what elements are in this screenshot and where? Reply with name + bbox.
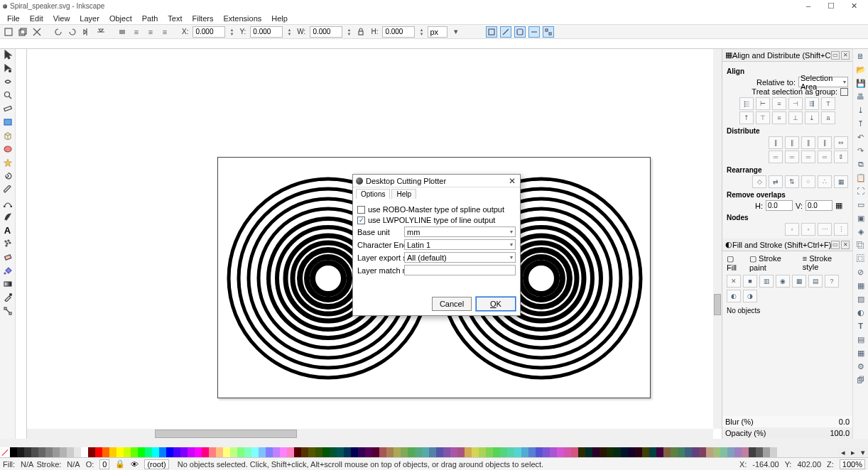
graph-icon[interactable]: ◇ bbox=[752, 175, 766, 188]
color-swatch[interactable] bbox=[159, 447, 166, 457]
color-swatch[interactable] bbox=[74, 447, 81, 457]
relative-to-select[interactable]: Selection Area▾ bbox=[798, 77, 848, 87]
menu-layer[interactable]: Layer bbox=[75, 13, 104, 24]
x-spin[interactable]: ▲▼ bbox=[228, 26, 235, 38]
node-align-v-icon[interactable]: ◦ bbox=[801, 223, 815, 236]
h-spin[interactable]: ▲▼ bbox=[418, 26, 425, 38]
dist-equal-h-icon[interactable]: ⇔ bbox=[834, 136, 848, 149]
color-swatch[interactable] bbox=[322, 447, 330, 457]
color-swatch[interactable] bbox=[88, 447, 95, 457]
export-icon[interactable]: ⤒ bbox=[855, 118, 867, 129]
color-swatch[interactable] bbox=[308, 447, 315, 457]
color-swatch[interactable] bbox=[124, 447, 131, 457]
color-swatch[interactable] bbox=[337, 447, 344, 457]
raise-top-icon[interactable] bbox=[116, 26, 128, 38]
color-swatch[interactable] bbox=[457, 447, 465, 457]
color-swatch[interactable] bbox=[280, 447, 287, 457]
menu-filters[interactable]: Filters bbox=[188, 13, 218, 24]
color-swatch[interactable] bbox=[600, 447, 607, 457]
affect-move-icon[interactable] bbox=[486, 26, 497, 38]
color-swatch[interactable] bbox=[152, 447, 159, 457]
measure-tool-icon[interactable] bbox=[2, 103, 13, 114]
overlap-h-input[interactable]: 0.0 bbox=[766, 200, 793, 211]
dialog-close-icon[interactable]: ✕ bbox=[507, 176, 517, 186]
flip-v-icon[interactable] bbox=[95, 26, 107, 38]
undo-icon[interactable]: ↶ bbox=[855, 131, 867, 143]
color-swatch[interactable] bbox=[692, 447, 699, 457]
color-swatch[interactable] bbox=[131, 447, 138, 457]
color-swatch[interactable] bbox=[386, 447, 394, 457]
color-swatch[interactable] bbox=[102, 447, 109, 457]
color-swatch[interactable] bbox=[500, 447, 507, 457]
color-swatch[interactable] bbox=[415, 447, 422, 457]
remove-overlap-btn-icon[interactable]: ▦ bbox=[834, 175, 848, 188]
color-swatch[interactable] bbox=[592, 447, 600, 457]
menu-object[interactable]: Object bbox=[105, 13, 136, 24]
lock-icon[interactable] bbox=[355, 26, 367, 38]
color-swatch[interactable] bbox=[628, 447, 635, 457]
color-swatch[interactable] bbox=[223, 447, 230, 457]
import-icon[interactable]: ⤓ bbox=[855, 104, 867, 116]
deselect-icon[interactable] bbox=[31, 26, 43, 38]
palette-scroll-left-icon[interactable]: ◂ bbox=[838, 447, 848, 457]
color-swatch[interactable] bbox=[607, 447, 614, 457]
color-swatch[interactable] bbox=[202, 447, 209, 457]
text-align-icon[interactable]: T bbox=[821, 97, 835, 110]
treat-group-checkbox[interactable] bbox=[840, 88, 848, 96]
color-swatch[interactable] bbox=[656, 447, 663, 457]
color-swatch[interactable] bbox=[45, 447, 53, 457]
unclump-icon[interactable]: ∴ bbox=[818, 175, 832, 188]
fill-pattern-icon[interactable]: ▦ bbox=[792, 275, 806, 288]
dist-bottom-icon[interactable]: ═ bbox=[801, 151, 815, 163]
color-swatch[interactable] bbox=[17, 447, 24, 457]
color-swatch[interactable] bbox=[727, 447, 734, 457]
color-swatch[interactable] bbox=[53, 447, 60, 457]
color-swatch[interactable] bbox=[536, 447, 543, 457]
color-swatch[interactable] bbox=[571, 447, 578, 457]
color-swatch[interactable] bbox=[38, 447, 45, 457]
color-swatch[interactable] bbox=[621, 447, 628, 457]
color-swatch[interactable] bbox=[10, 447, 17, 457]
fill-tab[interactable]: ▢ Fill bbox=[727, 254, 745, 272]
dist-gap-h-icon[interactable]: ‖ bbox=[818, 136, 832, 149]
affect-corners-icon[interactable] bbox=[514, 26, 526, 38]
cancel-button[interactable]: Cancel bbox=[432, 297, 472, 311]
text-baseline-icon[interactable]: a bbox=[821, 111, 835, 124]
align-center-h-icon[interactable]: ≡ bbox=[772, 97, 786, 110]
color-swatch[interactable] bbox=[514, 447, 521, 457]
save-icon[interactable]: 💾 bbox=[855, 77, 867, 89]
color-swatch[interactable] bbox=[180, 447, 188, 457]
flip-h-icon[interactable] bbox=[81, 26, 92, 38]
color-swatch[interactable] bbox=[216, 447, 223, 457]
zoom-page-icon[interactable]: ▭ bbox=[855, 199, 867, 210]
color-swatch[interactable] bbox=[479, 447, 486, 457]
color-swatch[interactable] bbox=[756, 447, 763, 457]
unit-dropdown-icon[interactable]: ▾ bbox=[450, 26, 462, 38]
dist-center-v-icon[interactable]: ═ bbox=[785, 151, 799, 163]
connector-tool-icon[interactable] bbox=[2, 305, 13, 317]
color-swatch[interactable] bbox=[109, 447, 116, 457]
panel-close-icon[interactable]: ✕ bbox=[841, 51, 850, 60]
paste-icon[interactable]: 📋 bbox=[855, 172, 867, 183]
palette-scroll-right-icon[interactable]: ▸ bbox=[848, 447, 858, 457]
max-button[interactable]: ☐ bbox=[824, 1, 838, 11]
fill-swatch-icon[interactable]: ▤ bbox=[808, 275, 823, 288]
prefs-icon[interactable]: ⚙ bbox=[855, 361, 867, 372]
color-swatch[interactable] bbox=[578, 447, 585, 457]
spray-tool-icon[interactable] bbox=[2, 238, 13, 249]
affect-gradient-icon[interactable] bbox=[528, 26, 540, 38]
node-dist-h-icon[interactable]: ⋯ bbox=[818, 223, 832, 236]
horizontal-scrollbar[interactable] bbox=[27, 429, 713, 439]
color-swatch[interactable] bbox=[671, 447, 678, 457]
panel-close-icon-2[interactable]: ✕ bbox=[841, 241, 850, 249]
panel-min-icon[interactable]: ▭ bbox=[831, 51, 840, 60]
color-swatch[interactable] bbox=[401, 447, 408, 457]
menu-edit[interactable]: Edit bbox=[26, 13, 48, 24]
randomize-icon[interactable]: ⁘ bbox=[801, 175, 815, 188]
fill-linear-icon[interactable]: ▥ bbox=[759, 275, 774, 288]
color-swatch[interactable] bbox=[301, 447, 308, 457]
color-swatch[interactable] bbox=[585, 447, 592, 457]
fill-radial-icon[interactable]: ◉ bbox=[776, 275, 790, 288]
color-swatch[interactable] bbox=[678, 447, 685, 457]
color-swatch[interactable] bbox=[259, 447, 266, 457]
